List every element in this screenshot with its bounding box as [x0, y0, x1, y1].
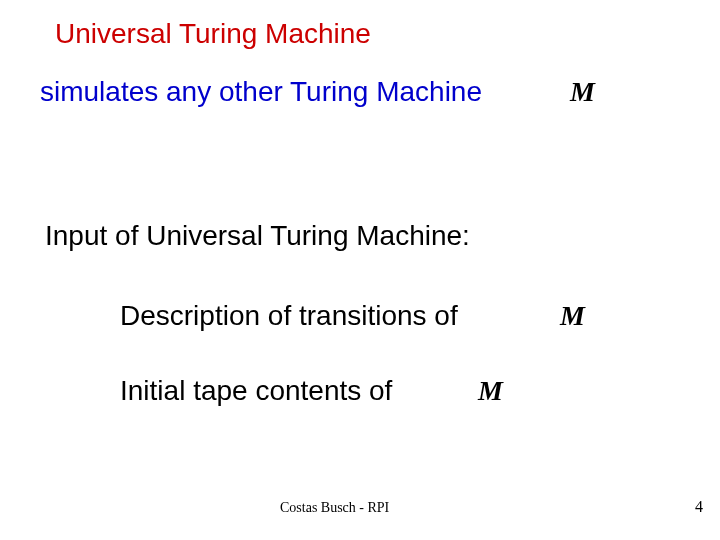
footer-text: Costas Busch - RPI — [280, 500, 389, 516]
bullet-2: Initial tape contents of — [120, 375, 392, 407]
page-number: 4 — [695, 498, 703, 516]
math-symbol-m-3: M — [478, 375, 503, 407]
math-symbol-m-2: M — [560, 300, 585, 332]
bullet-1: Description of transitions of — [120, 300, 458, 332]
math-symbol-m-1: M — [570, 76, 595, 108]
section-heading: Input of Universal Turing Machine: — [45, 220, 470, 252]
subtitle-line: simulates any other Turing Machine — [40, 76, 482, 108]
title-line: Universal Turing Machine — [55, 18, 371, 50]
slide: Universal Turing Machine simulates any o… — [0, 0, 720, 540]
